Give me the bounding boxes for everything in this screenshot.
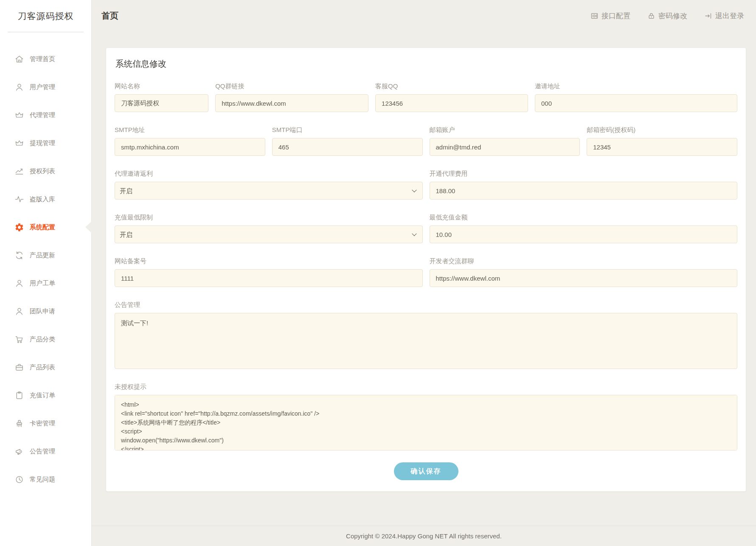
field-service-qq: 客服QQ: [375, 82, 528, 112]
agent-invite-rebate-label: 代理邀请返利: [115, 170, 423, 178]
sidebar-item-label: 系统配置: [30, 223, 55, 231]
icp-number-input[interactable]: [115, 269, 423, 287]
save-button[interactable]: 确认保存: [394, 462, 458, 480]
sidebar-item-label: 管理首页: [30, 55, 55, 63]
sidebar-item-label: 代理管理: [30, 111, 55, 119]
service-qq-input[interactable]: [375, 94, 528, 112]
service-qq-label: 客服QQ: [375, 82, 528, 90]
page-title: 首页: [101, 10, 118, 22]
sidebar-item-manage-home[interactable]: 管理首页: [0, 45, 91, 73]
app-logo: 刀客源码授权: [8, 0, 84, 32]
field-qq-group-link: QQ群链接: [215, 82, 368, 112]
form-row-3: 代理邀请返利 开启 开通代理费用: [115, 170, 737, 200]
agent-open-fee-label: 开通代理费用: [430, 170, 738, 178]
invite-address-input[interactable]: [535, 94, 737, 112]
form-row-5: 网站备案号 开发者交流群聊: [115, 257, 737, 287]
sidebar-item-announcement-manage[interactable]: 公告管理: [0, 437, 91, 465]
smtp-port-input[interactable]: [272, 138, 423, 156]
api-config-label: 接口配置: [601, 11, 630, 21]
site-name-label: 网站名称: [115, 82, 208, 90]
sidebar-item-product-category[interactable]: 产品分类: [0, 325, 91, 353]
megaphone-icon: [14, 446, 24, 456]
gear-icon: [14, 222, 24, 232]
api-config-link[interactable]: 接口配置: [590, 11, 630, 21]
sidebar-item-license-list[interactable]: 授权列表: [0, 157, 91, 185]
agent-invite-rebate-select[interactable]: 开启: [115, 182, 423, 200]
sidebar-item-agent-manage[interactable]: 代理管理: [0, 101, 91, 129]
sidebar-item-withdraw-manage[interactable]: 提现管理: [0, 129, 91, 157]
recharge-min-amount-input[interactable]: [430, 225, 738, 243]
sidebar-item-card-key-manage[interactable]: 卡密管理: [0, 409, 91, 437]
system-info-card: 系统信息修改 网站名称 QQ群链接 客服QQ 邀请地址: [106, 48, 746, 492]
field-unauthorized-tip: 未授权提示: [115, 383, 737, 450]
sidebar-item-recharge-order[interactable]: 充值订单: [0, 381, 91, 409]
sidebar-item-faq[interactable]: 常见问题: [0, 465, 91, 493]
smtp-host-label: SMTP地址: [115, 126, 265, 134]
sidebar-item-system-config[interactable]: 系统配置: [0, 213, 91, 241]
sidebar-item-label: 产品列表: [30, 363, 55, 372]
sidebar-item-label: 产品更新: [30, 251, 55, 259]
sidebar-item-team-apply[interactable]: 团队申请: [0, 297, 91, 325]
form-row-1: 网站名称 QQ群链接 客服QQ 邀请地址: [115, 82, 737, 112]
content: 系统信息修改 网站名称 QQ群链接 客服QQ 邀请地址: [92, 32, 756, 492]
developer-group-input[interactable]: [430, 269, 738, 287]
qq-group-link-input[interactable]: [215, 94, 368, 112]
mail-account-input[interactable]: [430, 138, 580, 156]
field-agent-open-fee: 开通代理费用: [430, 170, 738, 200]
sidebar-item-label: 产品分类: [30, 335, 55, 343]
sidebar-item-user-manage[interactable]: 用户管理: [0, 73, 91, 101]
field-agent-invite-rebate: 代理邀请返利 开启: [115, 170, 423, 200]
smtp-host-input[interactable]: [115, 138, 265, 156]
agent-invite-rebate-select-wrap: 开启: [115, 182, 423, 200]
form-title: 系统信息修改: [115, 58, 736, 70]
briefcase-icon: [14, 362, 24, 372]
crown-icon: [14, 110, 24, 120]
field-invite-address: 邀请地址: [535, 82, 737, 112]
field-smtp-host: SMTP地址: [115, 126, 265, 156]
form-row-4: 充值最低限制 开启 最低充值金额: [115, 214, 737, 243]
recharge-min-amount-label: 最低充值金额: [430, 214, 738, 222]
sidebar-item-label: 充值订单: [30, 391, 55, 400]
change-password-link[interactable]: 密码修改: [647, 11, 687, 21]
sidebar-item-label: 团队申请: [30, 307, 55, 315]
user-icon: [14, 306, 24, 316]
sidebar-item-pirate-store[interactable]: 盗版入库: [0, 185, 91, 213]
trend-icon: [14, 166, 24, 176]
mail-password-label: 邮箱密码(授权码): [587, 126, 737, 134]
crown-icon: [14, 138, 24, 148]
sidebar: 刀客源码授权 管理首页用户管理代理管理提现管理授权列表盗版入库系统配置产品更新用…: [0, 0, 92, 546]
header-actions: 接口配置 密码修改 退出登录: [590, 11, 744, 21]
field-mail-account: 邮箱账户: [430, 126, 580, 156]
api-config-icon: [590, 12, 599, 20]
sidebar-item-user-ticket[interactable]: 用户工单: [0, 269, 91, 297]
announcement-label: 公告管理: [115, 301, 737, 309]
field-site-name: 网站名称: [115, 82, 208, 112]
lock-icon: [647, 12, 655, 20]
sidebar-item-product-update[interactable]: 产品更新: [0, 241, 91, 269]
brush-icon: [14, 418, 24, 428]
sidebar-item-label: 提现管理: [30, 139, 55, 147]
home-icon: [14, 54, 24, 64]
icp-number-label: 网站备案号: [115, 257, 423, 265]
unauthorized-tip-textarea[interactable]: [115, 395, 737, 450]
refresh-icon: [14, 250, 24, 260]
pulse-icon: [14, 194, 24, 204]
header: 首页 接口配置 密码修改 退出登录: [92, 0, 756, 32]
cart-icon: [14, 334, 24, 344]
sidebar-item-label: 用户工单: [30, 279, 55, 287]
mail-password-input[interactable]: [587, 138, 737, 156]
agent-open-fee-input[interactable]: [430, 182, 738, 200]
recharge-min-limit-select[interactable]: 开启: [115, 225, 423, 243]
sidebar-item-product-list[interactable]: 产品列表: [0, 353, 91, 381]
sidebar-item-label: 用户管理: [30, 83, 55, 91]
invite-address-label: 邀请地址: [535, 82, 737, 90]
logout-link[interactable]: 退出登录: [704, 11, 744, 21]
sidebar-item-label: 常见问题: [30, 476, 55, 484]
unauthorized-tip-label: 未授权提示: [115, 383, 737, 391]
sidebar-item-label: 盗版入库: [30, 195, 55, 203]
clipboard-icon: [14, 390, 24, 400]
announcement-textarea[interactable]: [115, 313, 737, 369]
copyright-text: Copyright © 2024.Happy Gong NET All righ…: [346, 532, 502, 540]
change-password-label: 密码修改: [658, 11, 687, 21]
site-name-input[interactable]: [115, 94, 208, 112]
